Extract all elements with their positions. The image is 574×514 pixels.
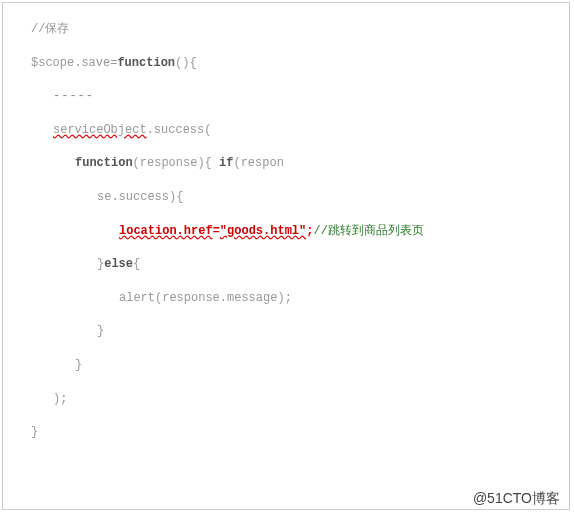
comment-text: //保存 bbox=[31, 22, 69, 36]
code-line-11: } bbox=[31, 349, 569, 383]
code-line-comment: //保存 bbox=[31, 13, 569, 47]
code-line-9: alert(response.message); bbox=[31, 282, 569, 316]
watermark-text: @51CTO博客 bbox=[473, 490, 560, 508]
code-line-5: function(response){ if(respon bbox=[31, 147, 569, 181]
code-line-6: se.success){ bbox=[31, 181, 569, 215]
code-line-2: $scope.save=function(){ bbox=[31, 47, 569, 81]
code-line-10: } bbox=[31, 315, 569, 349]
code-line-ellipsis: ----- bbox=[31, 80, 569, 114]
code-block: //保存 $scope.save=function(){ ----- servi… bbox=[2, 2, 570, 510]
code-line-12: ); bbox=[31, 383, 569, 417]
code-line-8: }else{ bbox=[31, 248, 569, 282]
code-line-13: } bbox=[31, 416, 569, 450]
code-line-4: serviceObject.success( bbox=[31, 114, 569, 148]
code-line-7: location.href="goods.html";//跳转到商品列表页 bbox=[31, 215, 569, 249]
